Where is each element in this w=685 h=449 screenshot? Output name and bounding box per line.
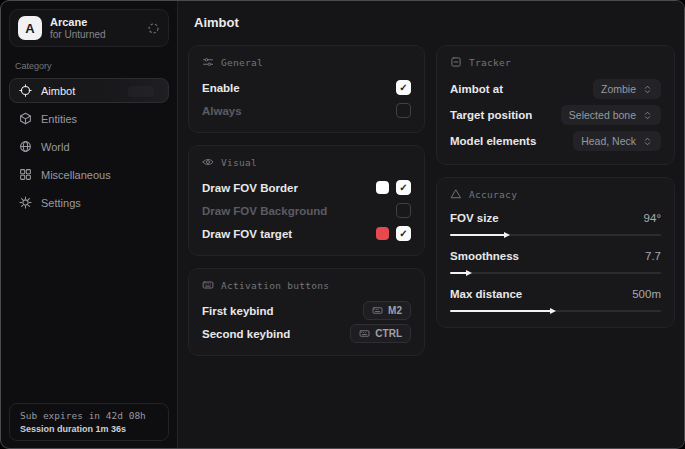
cube-icon (19, 112, 32, 125)
loader-icon[interactable] (147, 22, 160, 35)
setting-row: Aimbot at Zombie (450, 77, 661, 101)
eye-icon (202, 156, 214, 168)
app-header: A Arcane for Unturned (9, 9, 169, 47)
app-name: Arcane (50, 16, 139, 29)
subscription-info: Sub expires in 42d 08h Session duration … (9, 403, 169, 441)
category-label: Category (15, 61, 169, 71)
max-distance-slider[interactable] (450, 306, 661, 316)
aimbot-at-select[interactable]: Zombie (593, 79, 661, 99)
smoothness-slider[interactable] (450, 268, 661, 278)
slider-value: 94° (644, 212, 661, 224)
target-position-select[interactable]: Selected bone (561, 105, 661, 125)
slider-row: FOV size 94° (450, 209, 661, 240)
setting-label: Always (202, 105, 242, 117)
keyboard-icon (202, 279, 214, 291)
sidebar-item-settings[interactable]: Settings (9, 190, 169, 215)
sidebar-item-world[interactable]: World (9, 134, 169, 159)
sliders-icon (202, 56, 214, 68)
slider-thumb[interactable] (504, 232, 510, 238)
column-left: General Enable Always Visual (188, 45, 425, 368)
always-checkbox[interactable] (396, 103, 411, 118)
first-keybind-button[interactable]: M2 (363, 301, 411, 320)
app-window: A Arcane for Unturned Category Aimbot En… (0, 0, 685, 449)
setting-label: First keybind (202, 305, 274, 317)
select-value: Selected bone (569, 109, 636, 121)
card-title: Tracker (469, 57, 511, 68)
slider-value: 7.7 (645, 250, 661, 262)
sidebar-item-entities[interactable]: Entities (9, 106, 169, 131)
app-logo: A (18, 16, 42, 40)
color-swatch[interactable] (376, 181, 389, 194)
setting-label: Draw FOV Background (202, 205, 327, 217)
sidebar-item-label: Miscellaneous (41, 169, 111, 181)
setting-row: Target position Selected bone (450, 103, 661, 127)
sidebar-item-label: Entities (41, 113, 77, 125)
card-title: Accuracy (469, 189, 517, 200)
chevrons-up-down-icon (642, 110, 653, 121)
slider-thumb[interactable] (466, 270, 472, 276)
fov-size-slider[interactable] (450, 230, 661, 240)
fov-target-checkbox[interactable] (396, 226, 411, 241)
card-title: Visual (221, 157, 257, 168)
sidebar-item-miscellaneous[interactable]: Miscellaneous (9, 162, 169, 187)
app-subtitle: for Unturned (50, 29, 139, 41)
session-duration-text: Session duration 1m 36s (20, 424, 158, 434)
fov-border-checkbox[interactable] (396, 180, 411, 195)
globe-icon (19, 140, 32, 153)
setting-label: Enable (202, 82, 240, 94)
chevrons-up-down-icon (642, 84, 653, 95)
square-minus-icon (450, 56, 462, 68)
gear-icon (19, 196, 32, 209)
setting-label: Second keybind (202, 328, 290, 340)
setting-label: FOV size (450, 212, 499, 224)
accuracy-card: Accuracy FOV size 94° Smoothness (436, 177, 675, 328)
triangle-icon (450, 188, 462, 200)
page-title: Aimbot (194, 15, 239, 30)
app-titles: Arcane for Unturned (50, 16, 139, 40)
sidebar-item-label: Settings (41, 197, 81, 209)
setting-label: Aimbot at (450, 83, 503, 95)
select-value: Head, Neck (581, 135, 636, 147)
topbar: Aimbot (178, 1, 684, 43)
visual-card: Visual Draw FOV Border Draw FOV Backgrou… (188, 145, 425, 256)
enable-checkbox[interactable] (396, 80, 411, 95)
setting-row: Model elements Head, Neck (450, 129, 661, 153)
activation-card: Activation buttons First keybind M2 Seco… (188, 268, 425, 356)
setting-label: Max distance (450, 288, 522, 300)
setting-label: Draw FOV target (202, 228, 292, 240)
sidebar-item-aimbot[interactable]: Aimbot (9, 78, 169, 103)
general-card: General Enable Always (188, 45, 425, 133)
grid-icon (19, 168, 32, 181)
column-right: Tracker Aimbot at Zombie Target position… (436, 45, 675, 340)
color-swatch[interactable] (376, 227, 389, 240)
setting-row: First keybind M2 (202, 300, 411, 321)
main-panel: Aimbot General Enable Always (177, 1, 684, 448)
select-value: Zombie (601, 83, 636, 95)
setting-row: Always (202, 100, 411, 121)
keybind-value: CTRL (375, 328, 402, 339)
slider-row: Smoothness 7.7 (450, 247, 661, 278)
setting-row: Second keybind CTRL (202, 323, 411, 344)
card-title: General (221, 57, 263, 68)
card-title: Activation buttons (221, 280, 329, 291)
setting-label: Draw FOV Border (202, 182, 298, 194)
fov-background-checkbox[interactable] (396, 203, 411, 218)
slider-thumb[interactable] (550, 308, 556, 314)
setting-row: Draw FOV Background (202, 200, 411, 221)
sidebar-item-label: Aimbot (41, 85, 75, 97)
crosshair-icon (19, 84, 32, 97)
chevrons-up-down-icon (642, 136, 653, 147)
setting-label: Smoothness (450, 250, 519, 262)
keyboard-icon (359, 328, 370, 339)
sidebar: A Arcane for Unturned Category Aimbot En… (1, 1, 177, 448)
second-keybind-button[interactable]: CTRL (350, 324, 411, 343)
active-item-glow (128, 86, 154, 97)
slider-row: Max distance 500m (450, 285, 661, 316)
setting-row: Draw FOV Border (202, 177, 411, 198)
setting-label: Model elements (450, 135, 536, 147)
model-elements-select[interactable]: Head, Neck (573, 131, 661, 151)
sidebar-item-label: World (41, 141, 70, 153)
tracker-card: Tracker Aimbot at Zombie Target position… (436, 45, 675, 165)
setting-row: Enable (202, 77, 411, 98)
setting-label: Target position (450, 109, 532, 121)
